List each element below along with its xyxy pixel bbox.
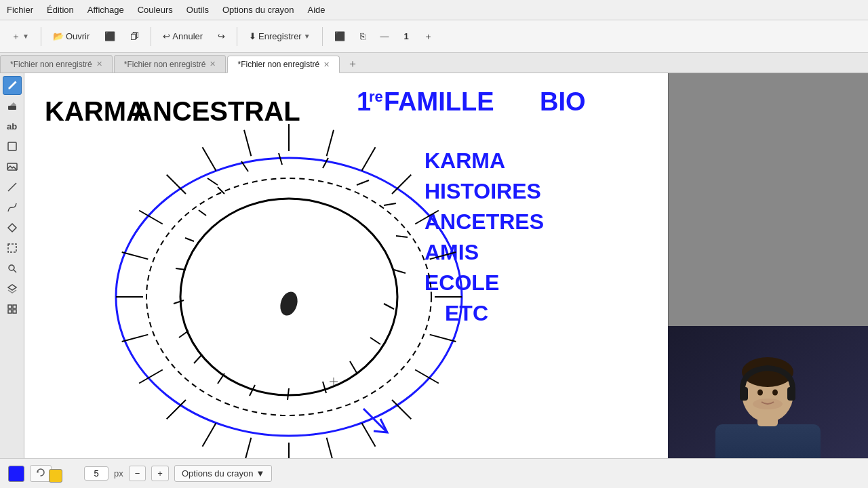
svg-rect-13 [715, 424, 821, 458]
tool-eraser[interactable] [3, 96, 22, 115]
menu-outils[interactable]: Outils [180, 2, 216, 18]
svg-rect-8 [13, 305, 16, 308]
tool-transform[interactable] [3, 218, 22, 237]
tool-grid[interactable] [3, 300, 22, 319]
svg-point-20 [772, 390, 778, 396]
tool-select[interactable] [3, 239, 22, 258]
menu-options-crayon[interactable]: Options du crayon [216, 2, 301, 18]
tab-add-button[interactable]: ＋ [344, 55, 361, 73]
new-icon: ＋ [12, 30, 20, 43]
minus-icon: — [380, 31, 389, 41]
svg-rect-9 [8, 310, 12, 313]
tool-pencil[interactable] [3, 76, 22, 95]
pencil-options-label: Options du crayon [182, 468, 254, 479]
svg-rect-4 [8, 244, 16, 252]
undo-button[interactable]: ↩ Annuler [157, 28, 209, 45]
size-decrease-button[interactable]: − [129, 466, 146, 481]
copy-icon: 🗍 [130, 31, 139, 41]
redo-button[interactable]: ↪ [212, 28, 231, 45]
color-secondary[interactable] [49, 469, 62, 483]
tab-0-label: *Fichier non enregistré [10, 60, 92, 69]
svg-point-19 [757, 390, 763, 396]
minus-button[interactable]: — [374, 28, 395, 45]
tool-shapes[interactable] [3, 137, 22, 156]
pencil-options-button[interactable]: Options du crayon ▼ [174, 465, 272, 482]
rotate-icon [36, 468, 45, 477]
menu-edition[interactable]: Édition [40, 2, 81, 18]
menu-fichier[interactable]: Fichier [0, 2, 40, 18]
new-button[interactable]: ＋ ▼ [5, 27, 35, 46]
save-label: Enregistrer [258, 31, 302, 41]
tool-line[interactable] [3, 178, 22, 197]
number-btn[interactable]: 1 [398, 28, 415, 45]
tab-0-close[interactable]: ✕ [96, 60, 102, 68]
px-unit-label: px [114, 468, 123, 479]
number-label: 1 [404, 31, 409, 41]
save-dropdown-arrow[interactable]: ▼ [304, 33, 311, 40]
open-icon: 📂 [53, 31, 64, 41]
tab-1-label: *Fichier non enregistré [124, 60, 206, 69]
tool-layers[interactable] [3, 279, 22, 298]
color-primary[interactable] [8, 466, 24, 482]
webcam-preview [668, 326, 868, 458]
size-increase-button[interactable]: + [151, 466, 169, 481]
svg-rect-10 [13, 310, 16, 313]
tab-1-close[interactable]: ✕ [210, 60, 216, 68]
tabs-bar: *Fichier non enregistré ✕ *Fichier non e… [0, 53, 868, 73]
sidebar: ab [0, 73, 24, 458]
flatten-icon: ⬛ [334, 31, 345, 41]
statusbar: 5 px − + Options du crayon ▼ [0, 458, 868, 488]
separator-4 [322, 27, 323, 46]
brush-size-display[interactable]: 5 [84, 466, 108, 481]
tab-2[interactable]: *Fichier non enregistré ✕ [227, 56, 340, 73]
tab-2-close[interactable]: ✕ [323, 60, 330, 69]
open-button[interactable]: 📂 Ouvrir [47, 28, 96, 45]
drawing-canvas[interactable] [24, 73, 668, 458]
menu-affichage[interactable]: Affichage [81, 2, 131, 18]
svg-rect-1 [8, 142, 16, 150]
svg-line-3 [8, 183, 16, 191]
menu-aide[interactable]: Aide [301, 2, 332, 18]
separator-2 [151, 27, 151, 46]
share-icon: ⎘ [360, 31, 366, 41]
svg-line-6 [14, 270, 16, 272]
undo-label: Annuler [172, 31, 203, 41]
share-button[interactable]: ⎘ [354, 28, 372, 45]
tool-zoom[interactable] [3, 259, 22, 278]
svg-point-5 [9, 265, 14, 270]
tool-text[interactable]: ab [3, 117, 22, 136]
tab-2-label: *Fichier non enregistré [237, 60, 319, 69]
copy-button[interactable]: 🗍 [124, 28, 145, 45]
menu-couleurs[interactable]: Couleurs [131, 2, 180, 18]
save-icon: ⬇ [249, 31, 256, 41]
person-figure [668, 326, 868, 458]
undo-icon: ↩ [163, 31, 170, 41]
tool-image[interactable] [3, 157, 22, 176]
toolbar: ＋ ▼ 📂 Ouvrir ⬛ 🗍 ↩ Annuler ↪ ⬇ Enregistr… [0, 20, 868, 53]
plus-toolbar-button[interactable]: ＋ [418, 27, 439, 46]
export-button[interactable]: ⬛ [98, 28, 121, 45]
separator-3 [237, 27, 237, 46]
flatten-button[interactable]: ⬛ [328, 28, 351, 45]
svg-rect-7 [8, 305, 12, 308]
redo-icon: ↪ [218, 31, 225, 41]
tab-0[interactable]: *Fichier non enregistré ✕ [0, 55, 113, 73]
pencil-options-arrow: ▼ [256, 468, 264, 479]
tab-1[interactable]: *Fichier non enregistré ✕ [114, 55, 226, 73]
canvas-area[interactable] [24, 73, 668, 458]
separator-1 [41, 27, 41, 46]
export-icon: ⬛ [104, 31, 115, 41]
plus-toolbar-icon: ＋ [424, 30, 433, 43]
new-dropdown-arrow[interactable]: ▼ [22, 33, 29, 40]
svg-rect-18 [787, 387, 795, 401]
tool-curve[interactable] [3, 198, 22, 217]
menu-bar: Fichier Édition Affichage Couleurs Outil… [0, 0, 868, 20]
svg-rect-17 [740, 387, 748, 401]
save-button[interactable]: ⬇ Enregistrer ▼ [243, 28, 316, 45]
svg-point-21 [753, 399, 783, 409]
open-label: Ouvrir [66, 31, 90, 41]
